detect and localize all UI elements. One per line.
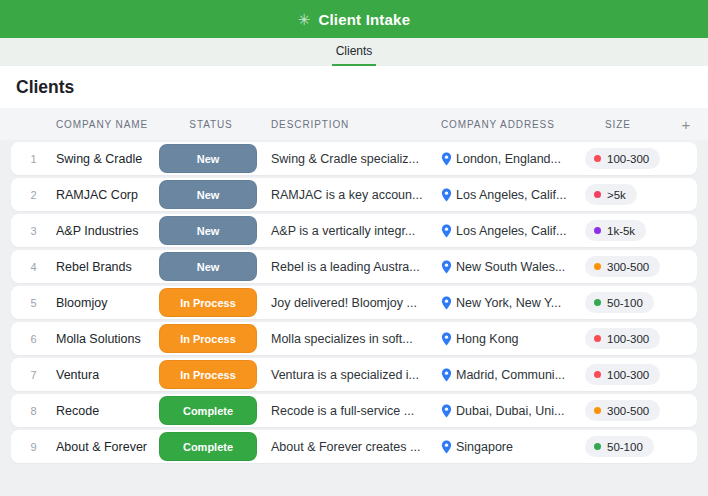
size-text: 50-100	[607, 441, 643, 453]
status-badge[interactable]: New	[159, 216, 257, 245]
company-name-cell: A&P Industries	[56, 224, 159, 238]
table-row[interactable]: 4 Rebel Brands New Rebel is a leading Au…	[11, 250, 697, 283]
column-header-company-address[interactable]: COMPANY ADDRESS	[435, 119, 583, 130]
company-name-cell: Rebel Brands	[56, 260, 159, 274]
column-header-status[interactable]: STATUS	[159, 119, 263, 130]
status-badge[interactable]: In Process	[159, 288, 257, 317]
status-cell: New	[159, 252, 263, 281]
company-name-cell: RAMJAC Corp	[56, 188, 159, 202]
table-row[interactable]: 8 Recode Complete Recode is a full-servi…	[11, 394, 697, 427]
size-text: >5k	[607, 189, 626, 201]
column-header-company-name[interactable]: COMPANY NAME	[56, 119, 159, 130]
status-badge[interactable]: New	[159, 252, 257, 281]
company-address-cell: Hong Kong	[435, 332, 583, 346]
status-cell: Complete	[159, 432, 263, 461]
row-number: 7	[11, 369, 56, 381]
size-dot	[594, 263, 601, 270]
page-title: Clients	[16, 77, 74, 98]
map-pin-icon	[441, 404, 452, 418]
company-address-text: New York, New Y...	[456, 296, 561, 310]
company-address-text: Dubai, Dubai, Uni...	[456, 404, 564, 418]
company-name-cell: Bloomjoy	[56, 296, 159, 310]
size-text: 100-300	[607, 153, 649, 165]
status-badge[interactable]: In Process	[159, 324, 257, 353]
size-cell: >5k	[583, 184, 675, 205]
size-text: 100-300	[607, 369, 649, 381]
size-text: 300-500	[607, 261, 649, 273]
company-address-text: Madrid, Communi...	[456, 368, 565, 382]
company-name-cell: Recode	[56, 404, 159, 418]
table-body: 1 Swing & Cradle New Swing & Cradle spec…	[0, 140, 708, 463]
size-cell: 300-500	[583, 400, 675, 421]
tab-clients[interactable]: Clients	[332, 38, 377, 66]
table-row[interactable]: 3 A&P Industries New A&P is a vertically…	[11, 214, 697, 247]
row-number: 8	[11, 405, 56, 417]
table-row[interactable]: 6 Molla Solutions In Process Molla speci…	[11, 322, 697, 355]
size-dot	[594, 227, 601, 234]
size-text: 300-500	[607, 405, 649, 417]
size-dot	[594, 155, 601, 162]
company-name-cell: Molla Solutions	[56, 332, 159, 346]
size-cell: 100-300	[583, 148, 675, 169]
size-pill: 100-300	[585, 328, 660, 349]
company-address-cell: New York, New Y...	[435, 296, 583, 310]
table-row[interactable]: 2 RAMJAC Corp New RAMJAC is a key accoun…	[11, 178, 697, 211]
company-name-cell: About & Forever	[56, 440, 159, 454]
column-header-row: COMPANY NAME STATUS DESCRIPTION COMPANY …	[0, 108, 708, 140]
status-cell: In Process	[159, 288, 263, 317]
map-pin-icon	[441, 260, 452, 274]
column-header-size[interactable]: SIZE	[583, 119, 675, 130]
company-address-cell: Los Angeles, Calif...	[435, 224, 583, 238]
size-pill: 100-300	[585, 148, 660, 169]
size-dot	[594, 191, 601, 198]
size-cell: 300-500	[583, 256, 675, 277]
size-cell: 1k-5k	[583, 220, 675, 241]
size-text: 50-100	[607, 297, 643, 309]
status-cell: New	[159, 216, 263, 245]
map-pin-icon	[441, 224, 452, 238]
size-text: 100-300	[607, 333, 649, 345]
company-address-cell: Singapore	[435, 440, 583, 454]
column-header-description[interactable]: DESCRIPTION	[263, 119, 435, 130]
company-address-text: London, England...	[456, 152, 561, 166]
company-name-cell: Ventura	[56, 368, 159, 382]
status-badge[interactable]: Complete	[159, 432, 257, 461]
description-cell: Swing & Cradle specializ...	[263, 152, 435, 166]
map-pin-icon	[441, 332, 452, 346]
status-badge[interactable]: Complete	[159, 396, 257, 425]
tab-bar: Clients	[0, 38, 708, 66]
status-badge[interactable]: New	[159, 180, 257, 209]
app-title: Client Intake	[318, 11, 410, 28]
map-pin-icon	[441, 296, 452, 310]
description-cell: A&P is a vertically integr...	[263, 224, 435, 238]
status-badge[interactable]: New	[159, 144, 257, 173]
table-row[interactable]: 5 Bloomjoy In Process Joy delivered! Blo…	[11, 286, 697, 319]
row-number: 4	[11, 261, 56, 273]
table-row[interactable]: 7 Ventura In Process Ventura is a specia…	[11, 358, 697, 391]
size-dot	[594, 299, 601, 306]
size-pill: 300-500	[585, 256, 660, 277]
row-number: 1	[11, 153, 56, 165]
description-cell: RAMJAC is a key accoun...	[263, 188, 435, 202]
table-row[interactable]: 1 Swing & Cradle New Swing & Cradle spec…	[11, 142, 697, 175]
description-cell: Rebel is a leading Austra...	[263, 260, 435, 274]
map-pin-icon	[441, 368, 452, 382]
row-number: 6	[11, 333, 56, 345]
table-row[interactable]: 9 About & Forever Complete About & Forev…	[11, 430, 697, 463]
row-number: 5	[11, 297, 56, 309]
status-cell: New	[159, 144, 263, 173]
company-name-cell: Swing & Cradle	[56, 152, 159, 166]
size-cell: 50-100	[583, 292, 675, 313]
status-cell: New	[159, 180, 263, 209]
size-pill: 1k-5k	[585, 220, 646, 241]
company-address-text: Los Angeles, Calif...	[456, 188, 566, 202]
size-pill: 50-100	[585, 292, 654, 313]
company-address-text: Singapore	[456, 440, 513, 454]
add-column-button[interactable]: +	[675, 116, 697, 133]
size-pill: 300-500	[585, 400, 660, 421]
title-zone: Clients	[0, 66, 708, 108]
status-cell: In Process	[159, 324, 263, 353]
flower-icon: ✳	[298, 12, 311, 27]
company-address-cell: Dubai, Dubai, Uni...	[435, 404, 583, 418]
status-badge[interactable]: In Process	[159, 360, 257, 389]
